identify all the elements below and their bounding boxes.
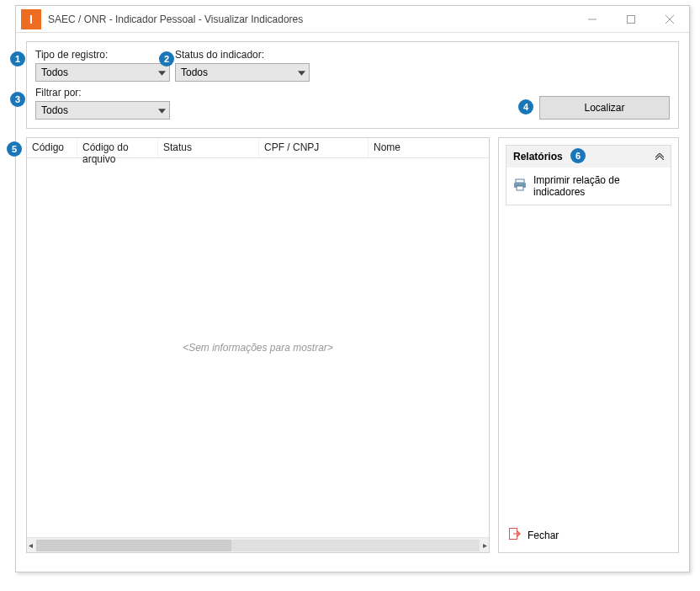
svg-rect-1 [628, 15, 635, 23]
printer-icon [513, 178, 527, 194]
chevron-down-icon [158, 67, 166, 78]
annotation-badge-5: 5 [7, 141, 22, 157]
grid-col-status[interactable]: Status [158, 138, 259, 157]
tipo-registro-combo[interactable]: Todos [35, 63, 170, 82]
close-label: Fechar [528, 530, 559, 541]
maximize-button[interactable] [612, 6, 650, 33]
titlebar: I SAEC / ONR - Indicador Pessoal - Visua… [16, 6, 689, 33]
grid-col-codigo-arquivo[interactable]: Código do arquivo [77, 138, 158, 157]
print-report-item[interactable]: Imprimir relação de indicadores [506, 168, 671, 205]
localizar-button[interactable]: Localizar [539, 96, 670, 120]
svg-rect-6 [517, 186, 523, 190]
annotation-badge-4: 4 [518, 99, 533, 114]
horizontal-scrollbar[interactable]: ◂ ▸ [27, 537, 489, 552]
reports-box: Relatórios Imprimir relação de indicador… [506, 145, 671, 205]
grid-empty-message: <Sem informações para mostrar> [27, 158, 489, 537]
close-button[interactable] [650, 6, 689, 33]
scroll-right-icon[interactable]: ▸ [483, 540, 487, 550]
exit-icon [509, 528, 521, 542]
minimize-button[interactable] [573, 6, 612, 33]
close-link[interactable]: Fechar [506, 524, 671, 546]
tipo-registro-label: Tipo de registro: [35, 49, 170, 61]
chevron-down-icon [298, 67, 305, 78]
reports-header[interactable]: Relatórios [506, 146, 671, 168]
svg-rect-4 [516, 179, 524, 183]
filter-panel: Tipo de registro: Todos Status do indica… [26, 41, 679, 129]
status-indicador-value: Todos [181, 67, 208, 78]
scroll-track[interactable] [36, 540, 480, 551]
scroll-thumb[interactable] [36, 540, 231, 551]
annotation-badge-1: 1 [10, 51, 25, 67]
window-title: SAEC / ONR - Indicador Pessoal - Visuali… [48, 13, 573, 25]
reports-title: Relatórios [513, 151, 563, 162]
filtrar-por-combo[interactable]: Todos [35, 101, 170, 120]
app-icon: I [21, 9, 41, 29]
status-indicador-label: Status do indicador: [175, 49, 310, 61]
grid-col-codigo[interactable]: Código [27, 138, 77, 157]
window-controls [573, 6, 689, 33]
filtrar-por-label: Filtrar por: [35, 87, 170, 98]
annotation-badge-2: 2 [159, 51, 174, 67]
svg-point-7 [522, 184, 524, 185]
filtrar-por-value: Todos [41, 104, 68, 116]
print-report-label: Imprimir relação de indicadores [533, 174, 664, 198]
tipo-registro-value: Todos [41, 67, 68, 78]
side-panel: Relatórios Imprimir relação de indicador… [498, 137, 679, 553]
grid-col-cpf-cnpj[interactable]: CPF / CNPJ [259, 138, 369, 157]
status-indicador-combo[interactable]: Todos [175, 63, 310, 82]
chevron-up-icon [655, 151, 664, 162]
app-window: I SAEC / ONR - Indicador Pessoal - Visua… [15, 5, 690, 572]
results-grid: Código Código do arquivo Status CPF / CN… [26, 137, 490, 553]
chevron-down-icon [158, 104, 166, 116]
content-area: Tipo de registro: Todos Status do indica… [16, 33, 689, 562]
grid-col-nome[interactable]: Nome [369, 138, 489, 157]
annotation-badge-3: 3 [10, 92, 25, 107]
annotation-badge-6: 6 [570, 148, 586, 163]
scroll-left-icon[interactable]: ◂ [29, 540, 33, 550]
grid-header: Código Código do arquivo Status CPF / CN… [27, 138, 489, 158]
